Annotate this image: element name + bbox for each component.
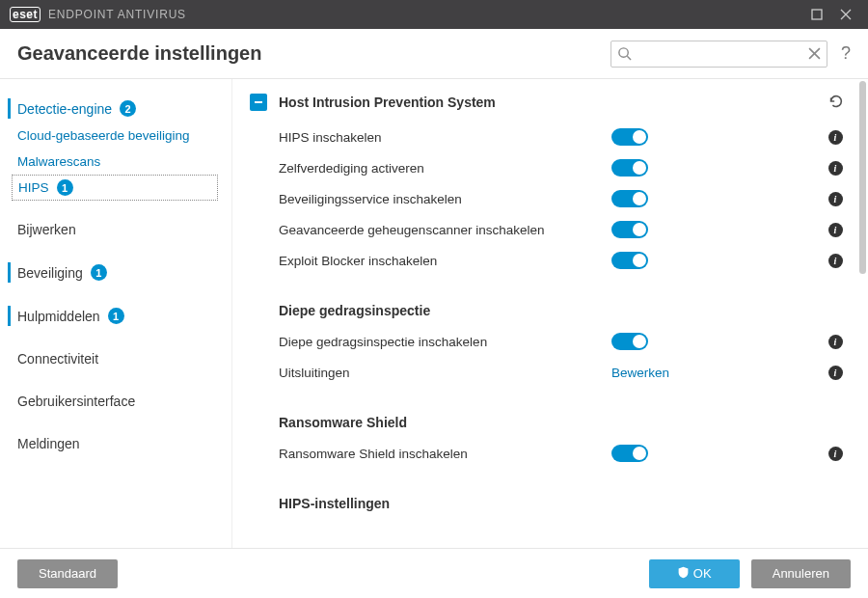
svg-rect-2 bbox=[255, 101, 262, 103]
subheading-hips-settings: HIPS-instellingen bbox=[250, 496, 847, 511]
footer: Standaard OK Annuleren bbox=[0, 548, 868, 598]
subheading-deep-inspection: Diepe gedragsinspectie bbox=[250, 303, 847, 318]
sidebar-item-label: Cloud-gebaseerde beveiliging bbox=[17, 128, 190, 143]
setting-label: Beveiligingsservice inschakelen bbox=[279, 192, 611, 206]
toggle-ransomware-shield[interactable] bbox=[611, 445, 648, 462]
setting-label: Diepe gedragsinspectie inschakelen bbox=[279, 335, 611, 349]
toggle-selfdefense[interactable] bbox=[611, 159, 648, 177]
setting-label: HIPS inschakelen bbox=[279, 130, 611, 145]
sidebar-item-bijwerken[interactable]: Bijwerken bbox=[0, 216, 231, 243]
count-badge: 1 bbox=[57, 179, 73, 196]
clear-icon[interactable] bbox=[808, 47, 821, 63]
sidebar-item-label: HIPS bbox=[18, 180, 49, 195]
info-icon[interactable]: i bbox=[824, 335, 847, 349]
brand-logo: eset bbox=[10, 8, 41, 21]
sidebar-item-label: Malwarescans bbox=[17, 154, 100, 169]
sidebar-item-label: Detectie-engine bbox=[17, 101, 112, 117]
setting-row: Geavanceerde geheugenscanner inschakelen… bbox=[250, 214, 847, 245]
setting-row: Exploit Blocker inschakelen i bbox=[250, 245, 847, 276]
count-badge: 1 bbox=[91, 264, 107, 281]
count-badge: 1 bbox=[108, 308, 124, 324]
sidebar-item-connectiviteit[interactable]: Connectiviteit bbox=[0, 345, 231, 372]
search-box[interactable] bbox=[610, 41, 827, 68]
svg-rect-0 bbox=[812, 10, 822, 19]
sidebar-item-label: Gebruikersinterface bbox=[17, 394, 135, 409]
shield-icon bbox=[677, 566, 690, 582]
info-icon[interactable]: i bbox=[824, 161, 847, 176]
setting-label: Zelfverdediging activeren bbox=[279, 161, 611, 176]
sidebar-item-hips[interactable]: HIPS 1 bbox=[12, 175, 218, 201]
setting-row: HIPS inschakelen i bbox=[250, 122, 847, 152]
content-area: Host Intrusion Prevention System HIPS in… bbox=[231, 79, 868, 548]
sidebar-item-cloud[interactable]: Cloud-gebaseerde beveiliging bbox=[0, 122, 231, 149]
ok-button[interactable]: OK bbox=[649, 559, 740, 588]
setting-label: Exploit Blocker inschakelen bbox=[279, 254, 611, 268]
content-scroll[interactable]: Host Intrusion Prevention System HIPS in… bbox=[232, 79, 868, 548]
info-icon[interactable]: i bbox=[824, 192, 847, 206]
toggle-hips[interactable] bbox=[611, 128, 648, 146]
window-close-icon[interactable] bbox=[831, 0, 860, 29]
svg-point-1 bbox=[619, 47, 628, 56]
toggle-protected-service[interactable] bbox=[611, 190, 648, 207]
exclusions-edit-link[interactable]: Bewerken bbox=[611, 366, 669, 380]
setting-label: Ransomware Shield inschakelen bbox=[279, 447, 611, 461]
info-icon[interactable]: i bbox=[824, 130, 847, 145]
setting-row: Uitsluitingen Bewerken i bbox=[250, 357, 847, 388]
toggle-memory-scanner[interactable] bbox=[611, 221, 648, 238]
revert-icon[interactable] bbox=[827, 93, 847, 112]
titlebar: eset ENDPOINT ANTIVIRUS bbox=[0, 0, 868, 29]
info-icon[interactable]: i bbox=[824, 223, 847, 237]
setting-row: Zelfverdediging activeren i bbox=[250, 152, 847, 183]
search-icon bbox=[617, 46, 632, 64]
header: Geavanceerde instellingen ? bbox=[0, 29, 868, 79]
sidebar-item-hulpmiddelen[interactable]: Hulpmiddelen 1 bbox=[0, 302, 231, 330]
scrollbar-thumb[interactable] bbox=[859, 81, 866, 274]
page-title: Geavanceerde instellingen bbox=[17, 42, 610, 65]
sidebar-item-meldingen[interactable]: Meldingen bbox=[0, 430, 231, 457]
sidebar-item-label: Beveiliging bbox=[17, 265, 83, 281]
setting-label: Geavanceerde geheugenscanner inschakelen bbox=[279, 223, 611, 237]
setting-row: Diepe gedragsinspectie inschakelen i bbox=[250, 326, 847, 357]
toggle-deep-inspection[interactable] bbox=[611, 333, 648, 350]
sidebar-item-malwarescans[interactable]: Malwarescans bbox=[0, 149, 231, 175]
sidebar: Detectie-engine 2 Cloud-gebaseerde bevei… bbox=[0, 79, 231, 548]
setting-row: Beveiligingsservice inschakelen i bbox=[250, 183, 847, 214]
sidebar-item-gebruikersinterface[interactable]: Gebruikersinterface bbox=[0, 388, 231, 415]
sidebar-item-label: Hulpmiddelen bbox=[17, 309, 100, 324]
search-input[interactable] bbox=[611, 41, 827, 67]
section-title: Host Intrusion Prevention System bbox=[279, 95, 827, 110]
info-icon[interactable]: i bbox=[824, 447, 847, 461]
brand-logo-mark: eset bbox=[10, 7, 41, 22]
window-maximize-icon[interactable] bbox=[802, 0, 831, 29]
sidebar-item-beveiliging[interactable]: Beveiliging 1 bbox=[0, 258, 231, 286]
cancel-button[interactable]: Annuleren bbox=[751, 559, 851, 588]
subheading-ransomware: Ransomware Shield bbox=[250, 415, 847, 430]
setting-label: Uitsluitingen bbox=[279, 366, 611, 380]
sidebar-item-detection-engine[interactable]: Detectie-engine 2 bbox=[0, 95, 231, 122]
sidebar-item-label: Meldingen bbox=[17, 436, 80, 451]
collapse-toggle-icon[interactable] bbox=[250, 94, 267, 111]
setting-row: Ransomware Shield inschakelen i bbox=[250, 438, 847, 469]
info-icon[interactable]: i bbox=[824, 366, 847, 380]
info-icon[interactable]: i bbox=[824, 254, 847, 268]
brand-product: ENDPOINT ANTIVIRUS bbox=[48, 8, 186, 21]
default-button[interactable]: Standaard bbox=[17, 559, 118, 588]
ok-button-label: OK bbox=[693, 566, 712, 581]
count-badge: 2 bbox=[120, 100, 136, 117]
help-icon[interactable]: ? bbox=[841, 43, 851, 64]
toggle-exploit-blocker[interactable] bbox=[611, 252, 648, 269]
sidebar-item-label: Bijwerken bbox=[17, 222, 76, 237]
sidebar-item-label: Connectiviteit bbox=[17, 351, 98, 367]
